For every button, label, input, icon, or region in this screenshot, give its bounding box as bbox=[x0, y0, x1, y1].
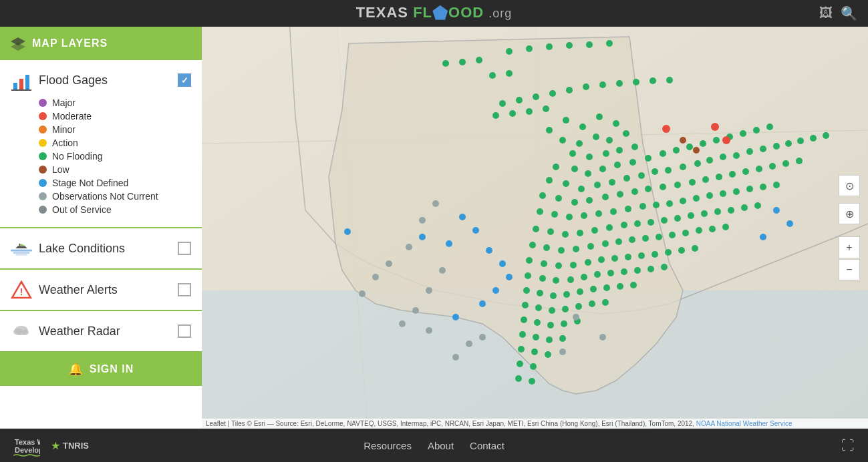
legend-major-label: Major bbox=[52, 97, 76, 108]
svg-point-191 bbox=[518, 346, 525, 353]
lake-conditions-left: Lake Conditions bbox=[11, 238, 125, 259]
weather-alerts-checkbox[interactable] bbox=[178, 283, 191, 296]
compass-button[interactable]: ⊕ bbox=[839, 203, 860, 224]
image-icon[interactable]: 🖼 bbox=[819, 5, 833, 21]
legend-out-of-service-label: Out of Service bbox=[52, 204, 112, 215]
svg-point-194 bbox=[517, 361, 523, 367]
app-header: TEXAS FL⬟OOD .org 🖼 🔍 bbox=[0, 0, 868, 27]
svg-point-56 bbox=[609, 179, 615, 186]
svg-point-246 bbox=[722, 136, 730, 144]
flood-gages-row: Flood Gages ✓ bbox=[11, 69, 191, 91]
weather-alerts-icon: ! bbox=[11, 279, 32, 300]
nav-contact[interactable]: Contact bbox=[470, 440, 504, 451]
svg-point-36 bbox=[553, 164, 559, 170]
map-area[interactable]: ⊙ ⊕ + − Leaflet | Tiles © Esri — Source:… bbox=[202, 27, 868, 429]
lake-conditions-section: Lake Conditions bbox=[0, 228, 202, 270]
svg-point-84 bbox=[702, 176, 709, 183]
twdb-logo-icon: Texas Water Development bbox=[13, 434, 40, 457]
weather-alerts-left: ! Weather Alerts bbox=[11, 279, 118, 300]
svg-point-219 bbox=[459, 214, 466, 220]
zoom-out-button[interactable]: − bbox=[839, 259, 860, 280]
svg-point-232 bbox=[419, 217, 426, 224]
svg-point-210 bbox=[509, 110, 516, 117]
svg-point-222 bbox=[486, 247, 492, 254]
flood-gages-icon bbox=[11, 69, 32, 91]
attribution-link[interactable]: NOAA National Weather Service bbox=[696, 420, 792, 427]
svg-point-224 bbox=[506, 274, 513, 280]
svg-point-110 bbox=[533, 226, 539, 232]
location-button[interactable]: ⊙ bbox=[839, 175, 860, 196]
svg-point-240 bbox=[479, 334, 486, 340]
legend-low-label: Low bbox=[52, 164, 69, 175]
zoom-in-button[interactable]: + bbox=[839, 236, 860, 258]
svg-point-75 bbox=[571, 199, 578, 206]
svg-point-145 bbox=[570, 262, 577, 268]
legend-action: Action bbox=[39, 138, 191, 148]
legend-obs-not-current-label: Observations Not Current bbox=[52, 191, 158, 202]
search-icon[interactable]: 🔍 bbox=[841, 5, 857, 21]
svg-point-114 bbox=[591, 227, 598, 234]
svg-point-44 bbox=[673, 147, 680, 154]
svg-point-71 bbox=[810, 135, 817, 142]
svg-point-13 bbox=[13, 328, 23, 335]
svg-point-86 bbox=[729, 171, 736, 178]
svg-point-140 bbox=[709, 226, 716, 232]
svg-point-31 bbox=[569, 150, 576, 157]
svg-point-137 bbox=[669, 232, 676, 238]
nav-about[interactable]: About bbox=[428, 440, 454, 451]
sign-in-section[interactable]: 🔔 SIGN IN bbox=[0, 353, 202, 386]
svg-point-252 bbox=[344, 228, 351, 235]
svg-point-121 bbox=[688, 212, 694, 219]
lake-conditions-checkbox[interactable] bbox=[178, 242, 191, 255]
sidebar: MAP LAYERS Flood Gages bbox=[0, 27, 202, 429]
svg-point-158 bbox=[567, 276, 574, 283]
svg-rect-3 bbox=[19, 79, 23, 89]
attribution-text: Leaflet | Tiles © Esri — Source: Esri, D… bbox=[206, 420, 694, 427]
svg-point-58 bbox=[638, 172, 645, 179]
tnris-logo: ★ TNRIS bbox=[51, 439, 89, 452]
nav-resources[interactable]: Resources bbox=[364, 440, 412, 451]
svg-point-157 bbox=[553, 277, 559, 284]
zoom-in-icon: + bbox=[846, 242, 852, 254]
svg-point-181 bbox=[602, 299, 609, 306]
svg-point-164 bbox=[647, 266, 654, 272]
svg-point-167 bbox=[537, 290, 543, 296]
svg-point-129 bbox=[558, 247, 565, 254]
weather-radar-checkbox[interactable] bbox=[178, 324, 191, 338]
svg-point-92 bbox=[537, 208, 543, 215]
flood-gages-checkbox[interactable]: ✓ bbox=[178, 73, 191, 87]
svg-point-38 bbox=[585, 170, 591, 177]
zoom-out-icon: − bbox=[846, 264, 852, 276]
svg-point-234 bbox=[426, 287, 432, 294]
svg-point-60 bbox=[665, 167, 672, 174]
svg-point-127 bbox=[529, 242, 536, 248]
svg-point-43 bbox=[660, 150, 666, 157]
svg-point-233 bbox=[439, 267, 446, 274]
legend-action-label: Action bbox=[52, 138, 78, 148]
svg-point-193 bbox=[545, 351, 551, 358]
fullscreen-button[interactable]: ⛶ bbox=[841, 438, 855, 453]
svg-point-32 bbox=[586, 154, 593, 160]
svg-point-82 bbox=[674, 182, 681, 188]
svg-point-175 bbox=[522, 302, 529, 308]
svg-point-239 bbox=[466, 340, 472, 347]
svg-point-243 bbox=[559, 349, 566, 355]
svg-point-139 bbox=[696, 227, 702, 234]
svg-rect-2 bbox=[13, 83, 17, 89]
svg-point-93 bbox=[551, 211, 558, 218]
svg-point-220 bbox=[472, 227, 479, 234]
svg-point-94 bbox=[566, 214, 573, 220]
svg-point-180 bbox=[589, 300, 595, 307]
lake-conditions-icon bbox=[11, 238, 32, 259]
svg-point-196 bbox=[515, 375, 522, 382]
flood-gages-left: Flood Gages bbox=[11, 69, 108, 91]
svg-point-159 bbox=[581, 274, 587, 280]
svg-rect-4 bbox=[25, 75, 29, 89]
app-title: TEXAS FL⬟OOD .org bbox=[356, 3, 513, 24]
twdb-logo: Texas Water Development bbox=[13, 434, 40, 457]
bell-icon: 🔔 bbox=[68, 362, 83, 377]
svg-point-80 bbox=[645, 186, 652, 192]
svg-point-211 bbox=[526, 108, 533, 115]
svg-point-14 bbox=[22, 330, 29, 335]
svg-point-67 bbox=[760, 146, 766, 152]
